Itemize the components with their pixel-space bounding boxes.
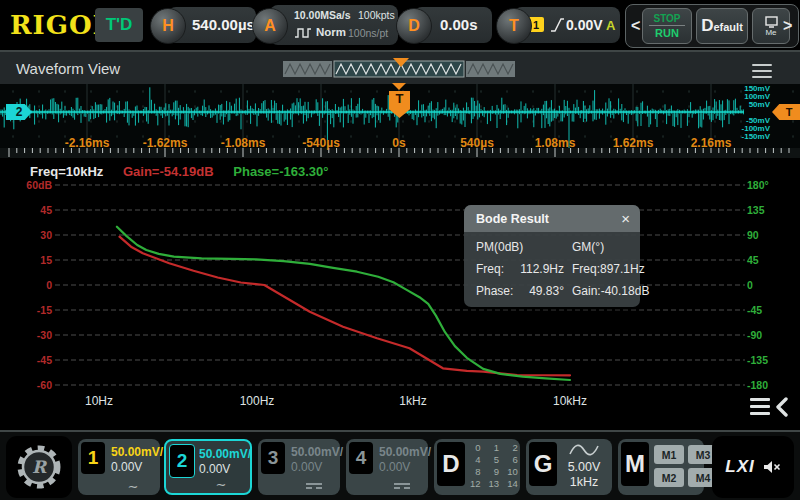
channel4-tile[interactable]: 4 50.00mV/ 0.00V (346, 439, 428, 495)
default-button[interactable]: Default (696, 8, 748, 44)
gear-icon: R (6, 436, 72, 498)
pm-header: PM(0dB) (476, 240, 572, 254)
bode-plot-area: Freq=10kHz Gain=-54.19dB Phase=-163.30° … (0, 160, 800, 430)
dialog-header[interactable]: Bode Result × (464, 205, 640, 232)
channel3-offset: 0.00V (291, 460, 322, 474)
bode-x-axis: 10Hz100Hz1kHz10kHz (0, 160, 800, 430)
channel1-badge: 1 (81, 442, 105, 474)
digital-channel-number: 12 (470, 478, 481, 490)
math-buttons-grid: M1M3M2M4 (654, 445, 718, 487)
freq-axis-tick: 10Hz (85, 394, 113, 408)
menu-lines-icon (750, 398, 770, 419)
channel2-tile[interactable]: 2 50.00mV/ 0.00V ∼ (164, 439, 252, 495)
channel1-tile[interactable]: 1 50.00mV/ 0.00V ∼ (78, 439, 160, 495)
pm-phase-value: 49.83° (529, 284, 564, 298)
digital-badge: D (437, 442, 465, 486)
digital-channels-tile[interactable]: D 0123456789101112131415 (434, 439, 520, 495)
digital-channel-number: 14 (507, 478, 518, 490)
channel3-badge: 3 (261, 442, 285, 474)
rigol-gear-logo[interactable]: R (6, 436, 72, 498)
strip-volt-label: -150mV (742, 133, 770, 141)
chann4-offset: 0.00V (379, 460, 410, 474)
trigger-slope-icon (550, 17, 564, 33)
mem-depth: 100kpts (358, 9, 395, 21)
ac-coupling-icon: ∼ (199, 478, 243, 491)
pm-freq-value: 112.9Hz (520, 262, 564, 276)
acquire-mode: Norm (316, 26, 346, 38)
dialog-title: Bode Result (476, 212, 549, 226)
math-sub-button[interactable]: M1 (654, 445, 684, 464)
top-status-bar: RIGOL T'D H 540.00µs/ A 10.00MSa/s 100kp… (0, 0, 800, 50)
gm-gain: Gain:-40.18dB (572, 284, 649, 298)
menu-label: Me (765, 28, 776, 37)
quick-buttons-cluster: < STOP RUN Default Me > (625, 4, 799, 48)
sample-rate: 10.00MSa/s (294, 9, 351, 21)
channel2-offset: 0.00V (199, 462, 230, 476)
digital-channel-number: 13 (489, 478, 500, 490)
delay-knob[interactable]: D (396, 8, 432, 44)
waveform-view-title: Waveform View (16, 60, 120, 77)
trigger-status-badge: T'D (95, 8, 143, 42)
pm-freq-row: Freq:112.9Hz (476, 262, 572, 276)
math-sub-button[interactable]: M2 (654, 468, 684, 487)
horizontal-knob[interactable]: H (150, 8, 186, 44)
display-icon (765, 16, 778, 28)
trigger-knob[interactable]: T (496, 8, 532, 44)
trigger-level: 0.00V (566, 17, 603, 33)
strip-volt-labels: 150mV100mV50mV-50mV-100mV-150mV (0, 84, 800, 158)
stop-run-button[interactable]: STOP RUN (642, 8, 692, 44)
close-icon[interactable]: × (621, 211, 630, 226)
delay-value: 0.00s (440, 16, 478, 33)
freq-axis-tick: 10kHz (553, 394, 587, 408)
acquire-knob[interactable]: A (252, 8, 288, 44)
gen-frequency: 1kHz (564, 475, 604, 490)
oscilloscope-screen: RIGOL T'D H 540.00µs/ A 10.00MSa/s 100kp… (0, 0, 800, 500)
default-label: Default (701, 16, 743, 36)
math-tile[interactable]: M M1M3M2M4 (618, 439, 704, 495)
timebase-value: 540.00µs/ (192, 16, 259, 33)
channel2-scale: 50.00mV/ (199, 447, 251, 461)
gm-freq: Freq:897.1Hz (572, 262, 649, 276)
channel4-badge: 4 (349, 442, 373, 474)
channel2-badge: 2 (169, 444, 195, 478)
gm-header: GM(°) (572, 240, 649, 254)
digital-channel-number: 6 (507, 454, 518, 466)
time-per-point: 100ns/pt (348, 27, 388, 39)
channel1-scale: 50.00mV/ (111, 445, 163, 459)
chevron-left-icon[interactable]: < (631, 18, 640, 34)
menu-hamburger-icon[interactable] (752, 60, 772, 82)
sine-wave-icon (569, 443, 599, 456)
waveform-view-bar: Waveform View (0, 50, 800, 84)
freq-axis-tick: 100Hz (240, 394, 275, 408)
digital-channel-number: 1 (489, 442, 500, 454)
dialog-body: PM(0dB) GM(°) Freq:112.9Hz Freq:897.1Hz … (464, 232, 640, 307)
digital-channel-number: 10 (507, 466, 518, 478)
freq-axis-tick: 1kHz (399, 394, 426, 408)
bottom-channel-bar: R 1 50.00mV/ 0.00V ∼ 2 50.00mV/ 0.00V ∼ … (0, 430, 800, 500)
math-badge: M (621, 442, 649, 486)
acquire-panel[interactable]: 10.00MSa/s 100kpts Norm 100ns/pt (270, 5, 398, 45)
horizontal-position-preview[interactable] (283, 58, 515, 80)
gen-info: 5.00V 1kHz (564, 442, 604, 490)
svg-text:R: R (32, 457, 48, 477)
digital-channel-number: 4 (470, 454, 481, 466)
trigger-coupling: A (606, 18, 615, 33)
ac-coupling-icon: ∼ (111, 480, 155, 493)
lxi-status-tile[interactable]: LXI (712, 436, 794, 498)
collapse-menu-button[interactable] (750, 396, 790, 422)
digital-channel-number: 9 (489, 466, 500, 478)
digital-channel-number: 0 (470, 442, 481, 454)
chevron-right-icon[interactable]: > (783, 18, 792, 34)
digital-channel-number: 8 (470, 466, 481, 478)
dc-coupling-icon (394, 483, 410, 489)
waveform-strip[interactable]: 2 T T -2.16ms-1.62ms-1.08ms-540µs0s540µs… (0, 84, 800, 158)
gen-badge: G (529, 442, 557, 486)
speaker-muted-icon (763, 459, 781, 475)
digital-channel-number: 5 (489, 454, 500, 466)
channel3-tile[interactable]: 3 50.00mV/ 0.00V (258, 439, 340, 495)
pm-freq-label: Freq: (476, 262, 504, 276)
waveform-gen-tile[interactable]: G 5.00V 1kHz (526, 439, 612, 495)
lxi-label: LXI (725, 457, 754, 477)
bode-result-dialog: Bode Result × PM(0dB) GM(°) Freq:112.9Hz… (464, 205, 640, 307)
channel3-scale: 50.00mV/ (291, 445, 343, 459)
